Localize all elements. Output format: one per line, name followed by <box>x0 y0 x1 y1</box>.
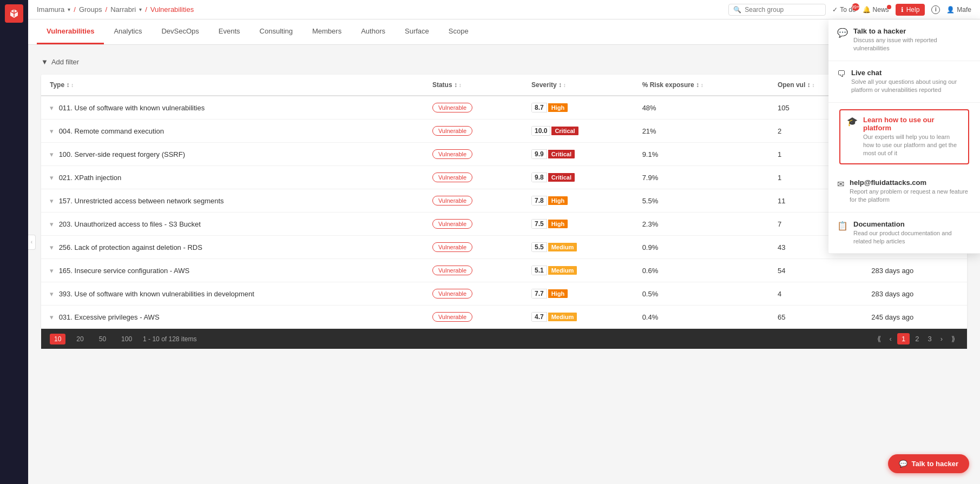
add-filter-button[interactable]: ▼ Add filter <box>41 58 79 66</box>
page-2-button[interactable]: 2 <box>912 333 922 344</box>
pagination-bar: 10 20 50 100 1 - 10 of 128 items ⟪ ‹ 1 2… <box>41 329 967 349</box>
cell-risk: 21% <box>634 120 769 143</box>
tab-surface[interactable]: Surface <box>395 19 439 44</box>
talk-hacker-desc: Discuss any issue with reported vulnerab… <box>853 36 971 53</box>
tab-events[interactable]: Events <box>209 19 250 44</box>
col-type[interactable]: Type ↕ <box>41 75 424 96</box>
cell-open: 4 <box>769 282 863 306</box>
last-page-button[interactable]: ⟫ <box>948 333 958 344</box>
page-1-button[interactable]: 1 <box>897 333 910 344</box>
status-badge: Vulnerable <box>432 242 472 252</box>
page-size-100[interactable]: 100 <box>117 334 136 344</box>
col-risk[interactable]: % Risk exposure ↕ <box>634 75 769 96</box>
type-text: 165. Insecure service configuration - AW… <box>59 267 190 275</box>
cell-type: ▾ 256. Lack of protection against deleti… <box>41 236 424 259</box>
breadcrumb-sep-2: / <box>106 5 108 14</box>
tab-vulnerabilities[interactable]: Vulnerabilities <box>37 19 104 44</box>
breadcrumb-groups[interactable]: Groups <box>79 5 102 14</box>
cell-type: ▾ 393. Use of software with known vulner… <box>41 282 424 306</box>
info-button[interactable]: i <box>931 5 940 14</box>
expand-icon[interactable]: ▾ <box>50 104 54 112</box>
breadcrumb-imamura-chevron[interactable]: ▾ <box>68 6 70 12</box>
expand-icon[interactable]: ▾ <box>50 220 54 228</box>
tab-devsecops[interactable]: DevSecOps <box>152 19 208 44</box>
search-group-box[interactable]: 🔍 <box>728 4 826 16</box>
expand-icon[interactable]: ▾ <box>50 267 54 275</box>
logo[interactable] <box>5 4 23 23</box>
expand-icon[interactable]: ▾ <box>50 243 54 251</box>
tab-authors[interactable]: Authors <box>351 19 395 44</box>
expand-icon[interactable]: ▾ <box>50 127 54 135</box>
severity-score: 9.9 Critical <box>531 149 575 159</box>
prev-page-button[interactable]: ‹ <box>886 333 895 344</box>
next-page-button[interactable]: › <box>937 333 946 344</box>
search-input[interactable] <box>745 6 821 14</box>
sidebar-collapse-button[interactable]: ‹ <box>28 235 36 250</box>
search-icon: 🔍 <box>733 6 741 14</box>
bell-icon: 🔔 <box>863 6 871 14</box>
severity-score: 7.7 High <box>531 289 568 299</box>
expand-icon[interactable]: ▾ <box>50 313 54 321</box>
filter-icon: ▼ <box>41 58 48 66</box>
cell-risk: 7.9% <box>634 166 769 189</box>
breadcrumb-narrabri-chevron[interactable]: ▾ <box>139 6 142 12</box>
first-page-button[interactable]: ⟪ <box>874 333 884 344</box>
page-size-20[interactable]: 20 <box>72 334 88 344</box>
tab-consulting[interactable]: Consulting <box>250 19 302 44</box>
cell-status: Vulnerable <box>424 259 523 282</box>
tab-analytics[interactable]: Analytics <box>104 19 152 44</box>
page-size-50[interactable]: 50 <box>95 334 110 344</box>
help-item-talk-hacker[interactable]: 💬 Talk to a hacker Discuss any issue wit… <box>828 19 980 61</box>
cell-severity: 9.9 Critical <box>523 143 634 166</box>
docs-desc: Read our product documentation and relat… <box>853 229 971 246</box>
cell-status: Vulnerable <box>424 236 523 259</box>
severity-score: 8.7 High <box>531 103 568 112</box>
status-badge: Vulnerable <box>432 149 472 159</box>
type-text: 004. Remote command execution <box>59 127 164 135</box>
todo-button[interactable]: ✓ To do 99+ <box>832 6 856 14</box>
help-item-email[interactable]: ✉ help@fluidattacks.com Report any probl… <box>828 171 980 213</box>
user-menu-button[interactable]: 👤 Mafe <box>946 6 971 14</box>
breadcrumb-sep-3: / <box>145 5 147 14</box>
cell-type: ▾ 157. Unrestricted access between netwo… <box>41 189 424 213</box>
live-chat-icon: 🗨 <box>837 69 846 79</box>
breadcrumb-area: Imamura ▾ / Groups / Narrabri ▾ / Vulner… <box>37 5 724 14</box>
page-size-10[interactable]: 10 <box>50 334 65 344</box>
col-severity[interactable]: Severity ↕ <box>523 75 634 96</box>
score-number: 4.7 <box>531 312 547 322</box>
tab-scope[interactable]: Scope <box>439 19 478 44</box>
help-dropdown: 💬 Talk to a hacker Discuss any issue wit… <box>828 19 980 254</box>
cell-type: ▾ 203. Unauthorized access to files - S3… <box>41 213 424 236</box>
expand-icon[interactable]: ▾ <box>50 150 54 158</box>
severity-score: 10.0 Critical <box>531 126 578 136</box>
topbar-actions: 🔍 ✓ To do 99+ 🔔 News ℹ Help i 👤 Mafe <box>728 4 971 16</box>
cell-status: Vulnerable <box>424 120 523 143</box>
type-text: 157. Unrestricted access between network… <box>59 197 224 205</box>
cell-severity: 7.5 High <box>523 213 634 236</box>
cell-open: 54 <box>769 259 863 282</box>
score-number: 5.1 <box>531 266 547 275</box>
cell-severity: 5.5 Medium <box>523 236 634 259</box>
breadcrumb-imamura[interactable]: Imamura <box>37 5 64 14</box>
status-badge: Vulnerable <box>432 196 472 205</box>
breadcrumb-narrabri[interactable]: Narrabri <box>110 5 136 14</box>
severity-score: 5.1 Medium <box>531 266 577 275</box>
expand-icon[interactable]: ▾ <box>50 290 54 298</box>
cell-last: 283 days ago <box>863 282 967 306</box>
news-button[interactable]: 🔔 News <box>863 6 889 14</box>
score-number: 5.5 <box>531 242 547 252</box>
help-item-docs[interactable]: 📋 Documentation Read our product documen… <box>828 213 980 254</box>
help-item-live-chat[interactable]: 🗨 Live chat Solve all your questions abo… <box>828 61 980 103</box>
cell-severity: 9.8 Critical <box>523 166 634 189</box>
expand-icon[interactable]: ▾ <box>50 174 54 182</box>
cell-risk: 0.9% <box>634 236 769 259</box>
col-status[interactable]: Status ↕ <box>424 75 523 96</box>
live-chat-desc: Solve all your questions about using our… <box>851 78 971 95</box>
cell-last: 245 days ago <box>863 306 967 329</box>
cell-risk: 5.5% <box>634 189 769 213</box>
help-item-learn[interactable]: 🎓 Learn how to use our platform Our expe… <box>839 109 969 164</box>
expand-icon[interactable]: ▾ <box>50 197 54 205</box>
page-3-button[interactable]: 3 <box>924 333 935 344</box>
help-button[interactable]: ℹ Help <box>896 4 925 16</box>
tab-members[interactable]: Members <box>302 19 351 44</box>
